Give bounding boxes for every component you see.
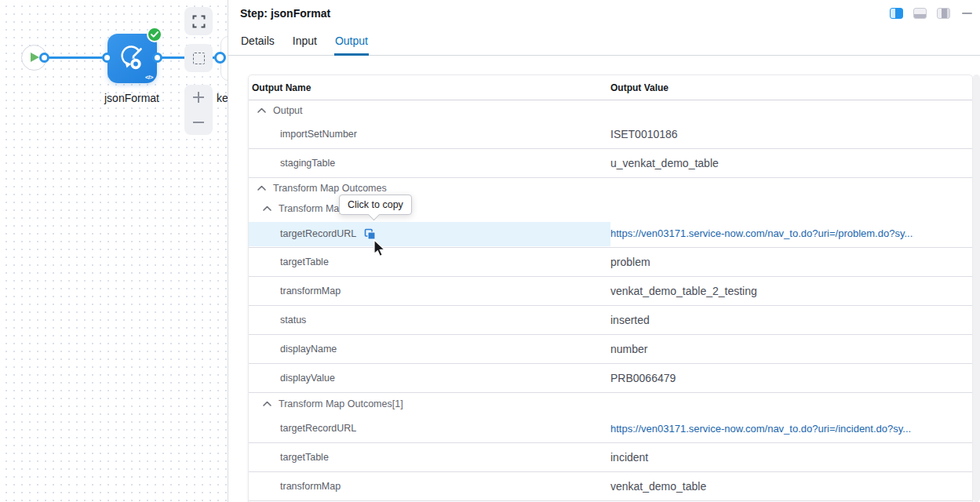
output-name: targetRecordURL	[280, 228, 356, 239]
output-value-link[interactable]: https://ven03171.service-now.com/nav_to.…	[610, 423, 911, 435]
chevron-up-icon[interactable]	[257, 184, 267, 191]
dock-bottom-icon[interactable]	[913, 8, 927, 19]
group-row[interactable]: Transform Map Outcomes[1]	[249, 393, 972, 414]
column-header-output-name: Output Name	[252, 82, 610, 93]
json-format-node[interactable]: </>	[107, 34, 157, 83]
tab-output[interactable]: Output	[334, 35, 369, 56]
output-name: displayValue	[280, 373, 335, 384]
table-row: importSetNumberISET0010186	[249, 120, 972, 149]
table-row: transformMapvenkat_demo_table_2_testing	[249, 277, 972, 306]
output-value-cell: https://ven03171.service-now.com/nav_to.…	[610, 423, 972, 435]
group-label: Output	[273, 105, 303, 116]
output-table-card: Output Name Output Value OutputimportSet…	[248, 75, 973, 502]
output-value-link[interactable]: https://ven03171.service-now.com/nav_to.…	[610, 227, 913, 239]
output-name: status	[280, 315, 306, 326]
output-value: PRB0066479	[610, 372, 676, 384]
output-name: targetTable	[280, 452, 329, 463]
output-value: incident	[610, 451, 648, 464]
table-row: targetRecordURLhttps://ven03171.service-…	[249, 414, 972, 443]
chevron-up-icon[interactable]	[257, 107, 267, 114]
output-value-cell: inserted	[610, 314, 972, 326]
transform-icon	[118, 43, 147, 73]
output-value: inserted	[610, 314, 650, 326]
connector-port	[102, 53, 112, 63]
next-node-label: ke	[217, 92, 228, 104]
output-name-cell[interactable]: transformMap	[249, 472, 610, 500]
output-name-cell[interactable]: stagingTable	[249, 149, 610, 177]
tab-details[interactable]: Details	[240, 35, 275, 56]
scrollbar-track[interactable]	[973, 75, 980, 502]
code-icon: </>	[145, 74, 153, 81]
table-row: stagingTableu_venkat_demo_table	[249, 149, 972, 178]
output-name-cell[interactable]: targetRecordURL	[249, 222, 610, 246]
connector-port	[152, 53, 162, 63]
group-row[interactable]: Output	[249, 100, 972, 120]
output-value: number	[610, 343, 647, 355]
output-name-cell[interactable]: importSetNumber	[249, 120, 610, 148]
zoom-out-button[interactable]	[184, 111, 213, 134]
connector-port	[214, 52, 226, 64]
connector-port	[39, 53, 49, 63]
minus-icon	[191, 115, 206, 129]
output-name: stagingTable	[280, 158, 335, 169]
dock-right-icon[interactable]	[937, 8, 950, 19]
table-row: transformMapvenkat_demo_table	[249, 472, 972, 501]
marquee-select-button[interactable]	[184, 44, 213, 72]
table-row: targetTableincident	[249, 443, 972, 472]
check-badge-icon	[147, 27, 162, 42]
output-name-cell[interactable]: transformMap	[249, 277, 610, 305]
output-name: targetRecordURL	[280, 423, 356, 434]
output-name: transformMap	[280, 286, 341, 296]
output-value: problem	[610, 256, 650, 268]
output-value: ISET0010186	[610, 128, 678, 140]
output-name-cell[interactable]: displayName	[249, 335, 610, 363]
output-table-body: OutputimportSetNumberISET0010186stagingT…	[249, 100, 972, 501]
output-name-cell[interactable]: status	[249, 306, 610, 334]
connector-line	[41, 56, 111, 59]
output-value-cell: number	[610, 343, 972, 355]
flow-canvas[interactable]: </> jsonFormat ke	[0, 0, 228, 502]
output-name-cell[interactable]: targetRecordURL	[249, 414, 610, 442]
copy-tooltip: Click to copy	[339, 195, 412, 215]
split-view-icon[interactable]	[890, 8, 903, 19]
play-icon	[31, 53, 39, 62]
output-name: transformMap	[280, 481, 341, 492]
output-value-cell: problem	[610, 256, 972, 268]
table-row: displayValuePRB0066479	[249, 364, 972, 393]
chevron-up-icon[interactable]	[262, 205, 272, 212]
output-value-cell: ISET0010186	[610, 128, 972, 140]
copy-icon[interactable]	[364, 228, 376, 240]
output-name: displayName	[280, 344, 337, 355]
table-row: targetTableproblem	[249, 248, 972, 277]
output-name: targetTable	[280, 256, 329, 267]
output-value-cell: venkat_demo_table	[610, 480, 972, 493]
panel-layout-controls	[890, 8, 972, 19]
output-name-cell[interactable]: displayValue	[249, 364, 610, 392]
zoom-in-button[interactable]	[184, 85, 213, 109]
chevron-up-icon[interactable]	[262, 400, 272, 407]
minimize-icon[interactable]	[962, 13, 972, 14]
column-header-output-value: Output Value	[610, 82, 972, 93]
output-name-cell[interactable]: targetTable	[249, 443, 610, 471]
zoom-controls	[184, 85, 213, 135]
step-detail-panel: Step: jsonFormat Details Input Output Ou…	[228, 0, 980, 502]
output-value-cell: incident	[610, 451, 972, 464]
table-row: targetRecordURLhttps://ven03171.service-…	[249, 219, 972, 248]
output-value: venkat_demo_table_2_testing	[610, 285, 757, 297]
group-label: Transform Map Outcomes	[273, 183, 387, 194]
fit-screen-icon	[192, 15, 206, 28]
output-name: importSetNumber	[280, 129, 357, 140]
mouse-cursor	[372, 239, 386, 258]
group-label: Transform Map Outcomes[1]	[279, 398, 403, 409]
output-value-cell: venkat_demo_table_2_testing	[610, 285, 972, 297]
output-name-cell[interactable]: targetTable	[249, 248, 610, 276]
output-value-cell: https://ven03171.service-now.com/nav_to.…	[610, 227, 972, 239]
table-row: statusinserted	[249, 306, 972, 335]
node-label: jsonFormat	[80, 92, 184, 104]
table-row: displayNamenumber	[249, 335, 972, 364]
tab-bar: Details Input Output	[228, 31, 980, 56]
output-value-cell: PRB0066479	[610, 372, 972, 384]
fit-to-screen-button[interactable]	[184, 7, 213, 35]
tab-input[interactable]: Input	[292, 35, 318, 56]
output-value: venkat_demo_table	[610, 480, 706, 493]
